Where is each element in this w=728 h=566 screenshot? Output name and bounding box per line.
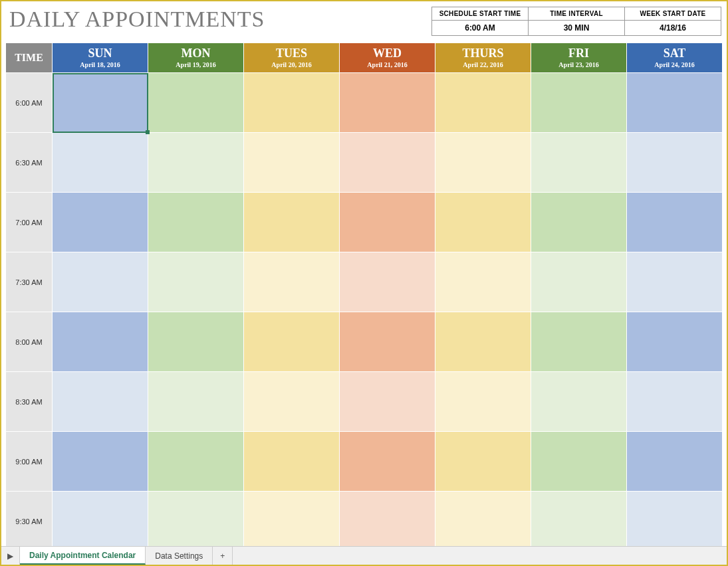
settings-table: SCHEDULE START TIME TIME INTERVAL WEEK S…: [431, 7, 721, 36]
slot-sat-0730[interactable]: [627, 252, 723, 312]
slot-fri-0830[interactable]: [531, 372, 627, 432]
slot-sun-0800[interactable]: [53, 312, 148, 372]
slot-fri-0900[interactable]: [531, 432, 627, 492]
slot-tue-0600[interactable]: [244, 73, 340, 133]
settings-value-interval[interactable]: 30 MIN: [529, 21, 625, 36]
slot-thu-0600[interactable]: [435, 73, 531, 133]
day-name: MON: [151, 47, 241, 60]
time-label: 7:00 AM: [6, 193, 53, 252]
slot-mon-0800[interactable]: [148, 312, 244, 372]
sheet-tab-data-settings[interactable]: Data Settings: [146, 547, 213, 565]
day-header-wed: WED April 21, 2016: [340, 43, 435, 73]
slot-fri-0930[interactable]: [531, 492, 627, 551]
slot-sun-0930[interactable]: [53, 492, 148, 551]
slot-mon-0700[interactable]: [148, 193, 244, 252]
slot-thu-0830[interactable]: [435, 372, 531, 432]
time-header: TIME: [6, 43, 53, 73]
sheet-tab-daily-appointment-calendar[interactable]: Daily Appointment Calendar: [20, 547, 146, 565]
slot-thu-0800[interactable]: [435, 312, 531, 372]
slot-sun-0730[interactable]: [53, 252, 148, 312]
slot-mon-0830[interactable]: [148, 372, 244, 432]
slot-mon-0930[interactable]: [148, 492, 244, 551]
day-header-mon: MON April 19, 2016: [148, 43, 244, 73]
slot-sun-0900[interactable]: [53, 432, 148, 492]
slot-tue-0930[interactable]: [244, 492, 340, 551]
day-header-tue: TUES April 20, 2016: [244, 43, 340, 73]
slot-tue-0730[interactable]: [244, 252, 340, 312]
slot-wed-0600[interactable]: [340, 73, 435, 133]
day-name: FRI: [534, 47, 624, 60]
slot-wed-0800[interactable]: [340, 312, 435, 372]
slot-mon-0630[interactable]: [148, 133, 244, 193]
time-label: 6:30 AM: [6, 133, 53, 193]
slot-sat-0900[interactable]: [627, 432, 723, 492]
slot-thu-0730[interactable]: [435, 252, 531, 312]
slot-fri-0600[interactable]: [531, 73, 627, 133]
slot-tue-0800[interactable]: [244, 312, 340, 372]
day-date: April 18, 2016: [55, 61, 145, 68]
time-label: 8:00 AM: [6, 312, 53, 372]
settings-header-week-start: WEEK START DATE: [625, 7, 721, 21]
settings-value-week-start[interactable]: 4/18/16: [625, 21, 721, 36]
slot-thu-0700[interactable]: [435, 193, 531, 252]
day-header-fri: FRI April 23, 2016: [531, 43, 627, 73]
time-label: 9:30 AM: [6, 492, 53, 551]
slot-wed-0730[interactable]: [340, 252, 435, 312]
slot-thu-0630[interactable]: [435, 133, 531, 193]
schedule-header-row: TIME SUN April 18, 2016 MON April 19, 20…: [6, 43, 723, 73]
page-title: DAILY APPOINTMENTS: [9, 7, 265, 32]
slot-sat-0800[interactable]: [627, 312, 723, 372]
slot-mon-0730[interactable]: [148, 252, 244, 312]
slot-wed-0700[interactable]: [340, 193, 435, 252]
sheet-nav-button[interactable]: ▶: [1, 547, 20, 565]
slot-fri-0700[interactable]: [531, 193, 627, 252]
slot-sat-0630[interactable]: [627, 133, 723, 193]
slot-tue-0900[interactable]: [244, 432, 340, 492]
slot-fri-0730[interactable]: [531, 252, 627, 312]
day-name: THURS: [438, 47, 528, 60]
slot-tue-0830[interactable]: [244, 372, 340, 432]
day-date: April 23, 2016: [534, 61, 624, 68]
slot-wed-0930[interactable]: [340, 492, 435, 551]
triangle-right-icon: ▶: [7, 551, 13, 561]
slot-sun-0630[interactable]: [53, 133, 148, 193]
day-date: April 22, 2016: [438, 61, 528, 68]
slot-sat-0700[interactable]: [627, 193, 723, 252]
slot-fri-0800[interactable]: [531, 312, 627, 372]
sheet-tab-bar: ▶ Daily Appointment Calendar Data Settin…: [1, 546, 727, 565]
slot-sat-0830[interactable]: [627, 372, 723, 432]
time-row: 9:30 AM: [6, 492, 723, 551]
day-name: WED: [342, 47, 432, 60]
time-row: 7:00 AM: [6, 193, 723, 252]
time-row: 8:00 AM: [6, 312, 723, 372]
slot-wed-0630[interactable]: [340, 133, 435, 193]
slot-sat-0930[interactable]: [627, 492, 723, 551]
day-date: April 24, 2016: [630, 61, 719, 68]
settings-value-start-time[interactable]: 6:00 AM: [432, 21, 529, 36]
slot-tue-0700[interactable]: [244, 193, 340, 252]
day-name: TUES: [247, 47, 336, 60]
slot-thu-0930[interactable]: [435, 492, 531, 551]
slot-wed-0830[interactable]: [340, 372, 435, 432]
slot-fri-0630[interactable]: [531, 133, 627, 193]
slot-sun-0700[interactable]: [53, 193, 148, 252]
schedule-table: TIME SUN April 18, 2016 MON April 19, 20…: [5, 43, 723, 551]
slot-sun-0830[interactable]: [53, 372, 148, 432]
day-date: April 21, 2016: [342, 61, 432, 68]
slot-sun-0600[interactable]: [53, 73, 148, 133]
day-name: SUN: [55, 47, 145, 60]
day-name: SAT: [630, 47, 719, 60]
time-row: 6:00 AM: [6, 73, 723, 133]
slot-tue-0630[interactable]: [244, 133, 340, 193]
slot-mon-0900[interactable]: [148, 432, 244, 492]
time-label: 9:00 AM: [6, 432, 53, 492]
time-row: 7:30 AM: [6, 252, 723, 312]
time-row: 8:30 AM: [6, 372, 723, 432]
slot-sat-0600[interactable]: [627, 73, 723, 133]
plus-icon: +: [220, 551, 225, 561]
day-date: April 20, 2016: [247, 61, 336, 68]
slot-wed-0900[interactable]: [340, 432, 435, 492]
slot-thu-0900[interactable]: [435, 432, 531, 492]
add-sheet-button[interactable]: +: [213, 547, 233, 565]
slot-mon-0600[interactable]: [148, 73, 244, 133]
